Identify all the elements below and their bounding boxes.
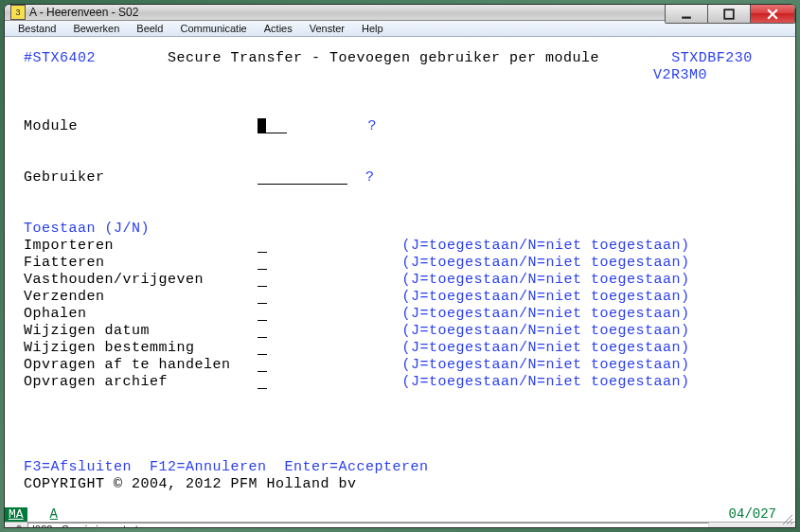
bottom-statusbar: I902 - Sessie is gestart [5, 522, 795, 528]
perm-hint: (J=toegestaan/N=niet toegestaan) [402, 323, 690, 340]
menu-venster[interactable]: Venster [302, 21, 352, 36]
perm-input[interactable] [258, 306, 267, 321]
window-title: A - Heerenveen - S02 [29, 6, 138, 19]
menu-help[interactable]: Help [354, 21, 391, 36]
close-button[interactable] [750, 5, 795, 24]
perm-input[interactable] [258, 255, 267, 270]
perm-label: Verzenden [24, 289, 258, 306]
status-message: I902 - Sessie is gestart [27, 523, 709, 528]
perm-label: Ophalen [24, 306, 258, 323]
screen-right2: V2R3M0 [653, 67, 707, 84]
resize-grip-icon[interactable] [780, 512, 793, 525]
perm-input[interactable] [258, 374, 267, 389]
status-line: MA A 04/027 [5, 506, 795, 522]
perm-hint: (J=toegestaan/N=niet toegestaan) [402, 374, 690, 391]
module-prompt[interactable]: ? [368, 118, 378, 135]
screen-title: Secure Transfer - Toevoegen gebruiker pe… [168, 50, 599, 67]
status-coords: 04/027 [729, 506, 776, 522]
perm-label: Fiatteren [24, 255, 258, 272]
menu-bewerken[interactable]: Bewerken [65, 21, 127, 36]
gebruiker-prompt[interactable]: ? [365, 169, 375, 186]
perm-hint: (J=toegestaan/N=niet toegestaan) [402, 306, 690, 323]
perm-input[interactable] [258, 272, 267, 287]
perm-input[interactable] [258, 238, 267, 253]
perm-label: Vasthouden/vrijgeven [24, 272, 258, 289]
menu-acties[interactable]: Acties [257, 21, 300, 36]
menu-bestand[interactable]: Bestand [10, 21, 63, 36]
fkeys: F3=Afsluiten F12=Annuleren Enter=Accepte… [24, 459, 429, 476]
status-ma: MA [5, 507, 27, 522]
connection-icon [9, 523, 24, 528]
perm-input[interactable] [258, 357, 267, 372]
app-icon: 3 [10, 5, 26, 20]
perm-label: Wijzigen bestemming [24, 340, 258, 357]
perm-label: Importeren [24, 238, 258, 255]
module-input[interactable] [266, 118, 287, 133]
svg-line-9 [791, 523, 792, 524]
gebruiker-label: Gebruiker [24, 169, 105, 186]
program-id: #STX6402 [24, 50, 96, 67]
perm-hint: (J=toegestaan/N=niet toegestaan) [402, 357, 690, 374]
menu-communicatie[interactable]: Communicatie [172, 21, 254, 36]
perm-hint: (J=toegestaan/N=niet toegestaan) [402, 255, 690, 272]
section-header: Toestaan (J/N) [24, 221, 150, 238]
minimize-button[interactable] [665, 5, 708, 24]
titlebar[interactable]: 3 A - Heerenveen - S02 [5, 5, 795, 21]
perm-input[interactable] [258, 323, 267, 338]
svg-rect-1 [724, 9, 734, 19]
perm-input[interactable] [258, 340, 267, 355]
text-cursor [258, 118, 266, 133]
menu-beeld[interactable]: Beeld [129, 21, 170, 36]
perm-label: Wijzigen datum [24, 323, 258, 340]
maximize-button[interactable] [707, 5, 751, 24]
perm-input[interactable] [258, 289, 267, 304]
perm-hint: (J=toegestaan/N=niet toegestaan) [402, 289, 690, 306]
perm-label: Opvragen af te handelen [24, 357, 258, 374]
module-label: Module [24, 118, 78, 135]
status-a: A [50, 506, 58, 522]
perm-hint: (J=toegestaan/N=niet toegestaan) [402, 238, 690, 255]
screen-right1: STXDBF230 [671, 50, 753, 67]
terminal-screen[interactable]: #STX6402 Secure Transfer - Toevoegen geb… [5, 37, 795, 506]
window-controls [666, 5, 795, 24]
copyright: COPYRIGHT © 2004, 2012 PFM Holland bv [24, 476, 357, 493]
perm-hint: (J=toegestaan/N=niet toegestaan) [402, 272, 690, 289]
svg-point-5 [17, 525, 22, 529]
app-window: 3 A - Heerenveen - S02 Bestand Bewerken … [4, 4, 796, 528]
perm-label: Opvragen archief [24, 374, 258, 391]
gebruiker-input[interactable] [258, 169, 347, 185]
perm-hint: (J=toegestaan/N=niet toegestaan) [402, 340, 690, 357]
